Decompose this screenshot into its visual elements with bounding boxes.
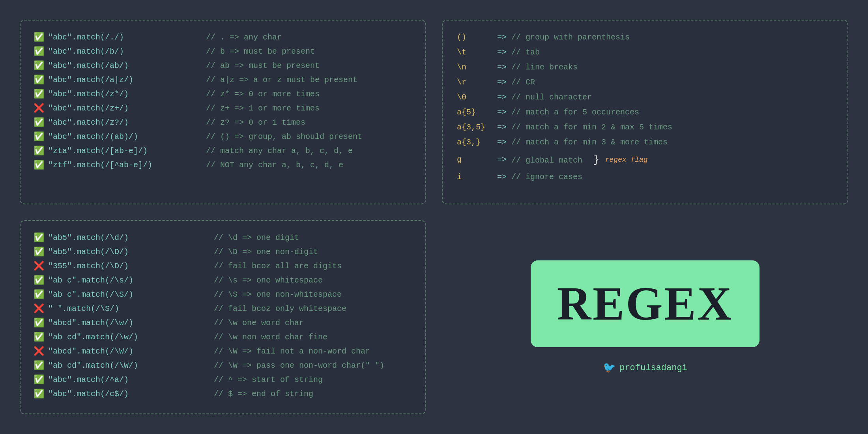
code-text: "abc".match(/(ab)/) — [48, 131, 198, 143]
check-icon: ✅ — [33, 46, 44, 57]
check-icon: ✅ — [33, 318, 44, 329]
code-text: "ab cd".match(/\w/) — [48, 331, 206, 343]
code-line: ✅"ab cd".match(/\w/)// \w non word char … — [33, 331, 413, 343]
cross-icon: ❌ — [33, 261, 44, 272]
code-text: "abcd".match(/\W/) — [48, 346, 206, 357]
code-comment: // z? => 0 or 1 times — [206, 117, 305, 129]
cross-icon: ❌ — [33, 303, 44, 314]
ref-key: \0 — [457, 92, 492, 103]
code-text: "ab5".match(/\D/) — [48, 246, 206, 258]
code-line: ❌"abcd".match(/\W/)// \W => fail not a n… — [33, 346, 413, 357]
ref-key: g — [457, 154, 492, 166]
code-line: ✅"abc".match(/z?/)// z? => 0 or 1 times — [33, 117, 413, 129]
check-icon: ✅ — [33, 131, 44, 142]
code-lines-bottom-left: ✅"ab5".match(/\d/)// \d => one digit✅"ab… — [33, 232, 413, 400]
check-icon: ✅ — [33, 117, 44, 128]
code-comment: // \W => fail not a non-word char — [214, 346, 370, 357]
code-line: ✅"abc".match(/(ab)/)// () => group, ab s… — [33, 131, 413, 143]
code-comment: // \D => one non-digit — [214, 246, 318, 258]
check-icon: ✅ — [33, 247, 44, 258]
code-line: ✅"abcd".match(/\w/)// \w one word char — [33, 317, 413, 329]
code-comment: // \w non word char fine — [214, 331, 327, 343]
code-comment: // ab => must be present — [206, 60, 320, 72]
ref-line: \n=>// line breaks — [457, 62, 833, 73]
check-icon: ✅ — [33, 332, 44, 343]
top-right-panel: ()=>// group with parenthesis\t=>// tab\… — [442, 20, 848, 204]
brace-open: } — [586, 153, 600, 166]
regex-title: REGEX — [557, 277, 733, 331]
code-text: "abc".match(/c$/) — [48, 388, 206, 400]
code-comment: // $ => end of string — [214, 388, 313, 400]
code-comment: // ^ => start of string — [214, 374, 323, 386]
check-icon: ✅ — [33, 89, 44, 100]
check-icon: ✅ — [33, 146, 44, 157]
code-comment: // \W => pass one non-word char(" ") — [214, 360, 384, 372]
code-comment: // z* => 0 or more times — [206, 88, 320, 100]
ref-line: a{3,5}=>// match a for min 2 & max 5 tim… — [457, 122, 833, 133]
ref-key: i — [457, 171, 492, 183]
ref-arrow: => — [497, 92, 507, 103]
top-left-panel: ✅"abc".match(/./)// . => any char✅"abc".… — [20, 20, 426, 204]
code-line: ❌"355".match(/\D/)// fail bcoz all are d… — [33, 260, 413, 272]
check-icon: ✅ — [33, 32, 44, 43]
code-line: ✅"abc".match(/./)// . => any char — [33, 32, 413, 43]
code-comment: // fail bcoz only whitespace — [214, 303, 346, 315]
code-text: "ab c".match(/\S/) — [48, 289, 206, 301]
ref-arrow: => — [497, 122, 507, 133]
ref-arrow: => — [497, 171, 507, 183]
ref-arrow: => — [497, 77, 507, 88]
code-line: ✅"ab cd".match(/\W/)// \W => pass one no… — [33, 360, 413, 372]
code-text: "abc".match(/b/) — [48, 46, 198, 58]
ref-comment: // tab — [511, 47, 540, 58]
ref-comment: // ignore cases — [511, 171, 582, 183]
ref-line: a{3,}=>// match a for min 3 & more times — [457, 137, 833, 148]
code-text: " ".match(/\S/) — [48, 303, 206, 315]
ref-key: () — [457, 32, 492, 43]
check-icon: ✅ — [33, 160, 44, 171]
code-text: "abcd".match(/\w/) — [48, 317, 206, 329]
code-text: "abc".match(/^a/) — [48, 374, 206, 386]
regex-title-box: REGEX — [531, 260, 760, 347]
check-icon: ✅ — [33, 275, 44, 286]
ref-arrow: => — [497, 47, 507, 58]
code-comment: // \S => one non-whitespace — [214, 289, 342, 301]
code-lines-top-left: ✅"abc".match(/./)// . => any char✅"abc".… — [33, 32, 413, 171]
ref-line: ()=>// group with parenthesis — [457, 32, 833, 43]
code-line: ✅"abc".match(/b/)// b => must be present — [33, 46, 413, 58]
code-line: ❌" ".match(/\S/)// fail bcoz only whites… — [33, 303, 413, 315]
ref-arrow: => — [497, 62, 507, 73]
code-comment: // NOT any char a, b, c, d, e — [206, 159, 343, 171]
code-line: ✅"abc".match(/c$/)// $ => end of string — [33, 388, 413, 400]
ref-key: \n — [457, 62, 492, 73]
code-line: ✅"ab c".match(/\s/)// \s => one whitespa… — [33, 275, 413, 286]
twitter-credit: 🐦 profulsadangi — [603, 361, 687, 374]
code-line: ❌"abc".match(/z+/)// z+ => 1 or more tim… — [33, 103, 413, 114]
check-icon: ✅ — [33, 360, 44, 371]
code-line: ✅"abc".match(/^a/)// ^ => start of strin… — [33, 374, 413, 386]
code-text: "abc".match(/z*/) — [48, 88, 198, 100]
code-comment: // \w one word char — [214, 317, 304, 329]
bottom-left-panel: ✅"ab5".match(/\d/)// \d => one digit✅"ab… — [20, 220, 426, 414]
ref-arrow: => — [497, 107, 507, 118]
code-text: "ab5".match(/\d/) — [48, 232, 206, 244]
ref-comment: // match a for min 3 & more times — [511, 137, 668, 148]
ref-lines-top-right: ()=>// group with parenthesis\t=>// tab\… — [457, 32, 833, 183]
code-text: "abc".match(/z?/) — [48, 117, 198, 129]
code-text: "ztf".match(/[^ab-e]/) — [48, 159, 198, 171]
ref-comment: // line breaks — [511, 62, 578, 73]
check-icon: ✅ — [33, 289, 44, 300]
ref-comment: // match a for min 2 & max 5 times — [511, 122, 672, 133]
code-line: ✅"abc".match(/a|z/)// a|z => a or z must… — [33, 74, 413, 86]
ref-arrow: => — [497, 137, 507, 148]
check-icon: ✅ — [33, 389, 44, 400]
ref-line: \0=>// null character — [457, 92, 833, 103]
code-comment: // () => group, ab should present — [206, 131, 362, 143]
code-line: ✅"ab c".match(/\S/)// \S => one non-whit… — [33, 289, 413, 301]
code-comment: // match any char a, b, c, d, e — [206, 145, 353, 157]
cross-icon: ❌ — [33, 346, 44, 357]
ref-key: a{5} — [457, 107, 492, 118]
cross-icon: ❌ — [33, 103, 44, 114]
ref-line: i=>// ignore cases — [457, 171, 833, 183]
code-line: ✅"ztf".match(/[^ab-e]/)// NOT any char a… — [33, 159, 413, 171]
code-text: "abc".match(/a|z/) — [48, 74, 198, 86]
